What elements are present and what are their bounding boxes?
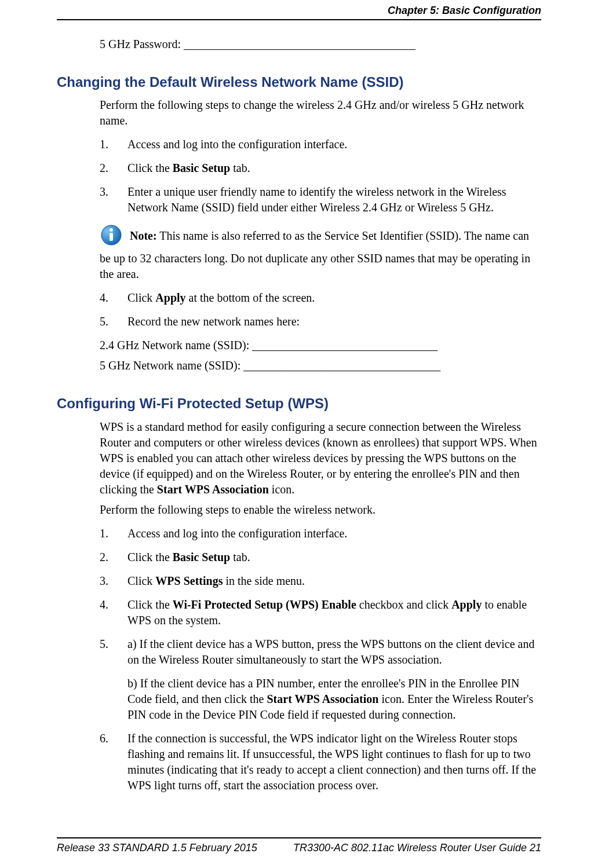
- ssid-steps-cont: Click Apply at the bottom of the screen.…: [100, 290, 541, 329]
- wps-perform: Perform the following steps to enable th…: [100, 502, 541, 518]
- wps-step-1: Access and log into the configuration in…: [100, 526, 541, 541]
- note-block: Note: This name is also referred to as t…: [100, 224, 541, 282]
- ssid-step-3: Enter a unique user friendly name to ide…: [100, 184, 541, 215]
- svg-rect-2: [110, 233, 113, 241]
- record-5ghz: 5 GHz Network name (SSID): _____________…: [100, 358, 541, 373]
- wps-step-4: Click the Wi-Fi Protected Setup (WPS) En…: [100, 597, 541, 628]
- page-footer: Release 33 STANDARD 1.5 February 2015 TR…: [57, 837, 541, 854]
- password-5ghz-line: 5 GHz Password: ________________________…: [100, 36, 541, 52]
- wps-steps: Access and log into the configuration in…: [100, 526, 541, 793]
- ssid-intro: Perform the following steps to change th…: [100, 97, 541, 129]
- info-icon: [100, 224, 123, 251]
- chapter-label: Chapter 5: Basic Configuration: [388, 5, 541, 16]
- wps-step-2: Click the Basic Setup tab.: [100, 550, 541, 565]
- ssid-step-5: Record the new network names here:: [100, 314, 541, 329]
- wps-step-3: Click WPS Settings in the side menu.: [100, 573, 541, 589]
- svg-point-1: [110, 228, 113, 232]
- wps-intro: WPS is a standard method for easily conf…: [100, 419, 541, 497]
- wps-step-5: a) If the client device has a WPS button…: [100, 636, 541, 723]
- heading-change-ssid: Changing the Default Wireless Network Na…: [57, 73, 541, 91]
- heading-wps: Configuring Wi-Fi Protected Setup (WPS): [57, 394, 541, 413]
- note-text: This name is also referred to as the Ser…: [100, 229, 530, 280]
- ssid-steps: Access and log into the configuration in…: [100, 137, 541, 215]
- record-24ghz: 2.4 GHz Network name (SSID): ___________…: [100, 338, 541, 353]
- ssid-step-2: Click the Basic Setup tab.: [100, 160, 541, 176]
- footer-right: TR3300-AC 802.11ac Wireless Router User …: [293, 842, 541, 854]
- note-label: Note:: [130, 229, 157, 242]
- page-header: Chapter 5: Basic Configuration: [57, 0, 541, 20]
- footer-left: Release 33 STANDARD 1.5 February 2015: [57, 842, 257, 854]
- wps-step-6: If the connection is successful, the WPS…: [100, 731, 541, 793]
- ssid-step-4: Click Apply at the bottom of the screen.: [100, 290, 541, 306]
- ssid-step-1: Access and log into the configuration in…: [100, 137, 541, 152]
